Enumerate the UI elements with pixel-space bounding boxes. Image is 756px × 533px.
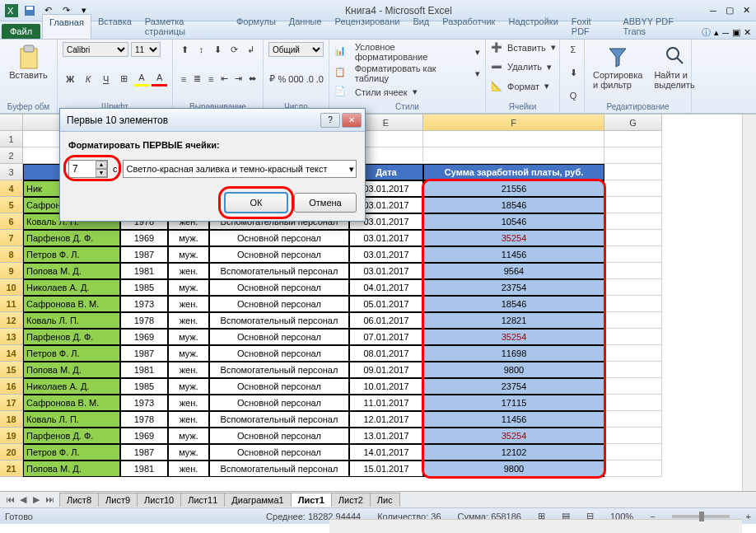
cell[interactable]: Вспомогательный персонал — [209, 263, 349, 279]
dialog-format-select[interactable]: Светло-красная заливка и темно-красный т… — [123, 160, 357, 178]
italic-button[interactable]: К — [81, 72, 96, 86]
find-select-button[interactable]: Найти и выделить — [651, 42, 698, 91]
sort-filter-button[interactable]: Сортировка и фильтр — [590, 42, 646, 91]
cell[interactable]: Основной персонал — [209, 329, 349, 345]
row-header-1[interactable]: 1 — [0, 131, 23, 147]
zoom-slider[interactable] — [672, 515, 730, 518]
sheet-tab-5[interactable]: Лист1 — [291, 493, 332, 507]
cell[interactable] — [604, 461, 662, 477]
cell[interactable] — [604, 411, 662, 428]
cell[interactable]: муж. — [168, 246, 209, 263]
cell[interactable]: муж. — [168, 428, 209, 444]
cell[interactable]: 18546 — [423, 197, 604, 213]
sheet-tab-2[interactable]: Лист10 — [137, 493, 181, 507]
cell[interactable]: Попова М. Д. — [23, 461, 120, 477]
sheet-nav-prev[interactable]: ◀ — [16, 494, 30, 505]
row-header-5[interactable]: 5 — [0, 197, 23, 213]
cell[interactable]: 1978 — [120, 312, 168, 329]
dialog-help-button[interactable]: ? — [320, 113, 340, 128]
autosum-button[interactable]: Σ — [565, 42, 581, 57]
row-header-11[interactable]: 11 — [0, 296, 23, 312]
row-header-15[interactable]: 15 — [0, 362, 23, 378]
cell[interactable]: 09.01.2017 — [349, 362, 423, 378]
cell[interactable]: 1978 — [120, 411, 168, 428]
tab-8[interactable]: Надстройки — [502, 14, 564, 39]
cell[interactable] — [604, 213, 662, 230]
cell[interactable] — [604, 345, 662, 362]
font-color-button[interactable]: A — [152, 72, 167, 86]
paste-button[interactable]: Вставить — [5, 42, 52, 82]
decrease-indent-button[interactable]: ⇤ — [219, 72, 231, 86]
horizontal-scrollbar[interactable] — [329, 519, 742, 533]
win-minimize-icon[interactable]: ─ — [722, 28, 729, 38]
border-button[interactable]: ⊞ — [116, 72, 132, 86]
cell[interactable]: жен. — [168, 296, 209, 312]
cell[interactable]: Вспомогательный персонал — [209, 312, 349, 329]
cell[interactable]: 23754 — [423, 279, 604, 296]
row-header-13[interactable]: 13 — [0, 329, 23, 345]
increase-indent-button[interactable]: ⇥ — [233, 72, 245, 86]
cell[interactable]: 04.01.2017 — [349, 279, 423, 296]
align-top-button[interactable]: ⬆ — [178, 42, 192, 57]
row-header-21[interactable]: 21 — [0, 461, 23, 477]
bold-button[interactable]: Ж — [63, 72, 78, 86]
row-header-6[interactable]: 6 — [0, 213, 23, 230]
tab-7[interactable]: Разработчик — [436, 14, 502, 39]
cell[interactable]: 03.01.2017 — [349, 263, 423, 279]
format-as-table-button[interactable]: 📋 Форматировать как таблицу ▾ — [334, 63, 480, 83]
wrap-text-button[interactable]: ↲ — [244, 42, 258, 57]
font-size-select[interactable]: 11 — [131, 42, 161, 57]
comma-button[interactable]: 000 — [288, 72, 303, 86]
cell[interactable]: 03.01.2017 — [349, 230, 423, 246]
fill-color-button[interactable]: A — [134, 72, 150, 86]
cell[interactable]: 9800 — [423, 362, 604, 378]
cell[interactable]: жен. — [168, 411, 209, 428]
cell[interactable]: 17115 — [423, 395, 604, 411]
cell[interactable]: 11456 — [423, 411, 604, 428]
cell[interactable]: жен. — [168, 461, 209, 477]
sheet-tab-1[interactable]: Лист9 — [98, 493, 138, 507]
cell[interactable]: муж. — [168, 279, 209, 296]
cell[interactable]: 11.01.2017 — [349, 395, 423, 411]
win-restore-icon[interactable]: ▣ — [732, 27, 740, 38]
cell[interactable] — [604, 279, 662, 296]
fill-button[interactable]: ⬇ — [565, 65, 581, 80]
row-header-2[interactable]: 2 — [0, 147, 23, 164]
cell[interactable]: Петров Ф. Л. — [23, 246, 120, 263]
header-cell[interactable]: Сумма заработной платы, руб. — [423, 164, 604, 180]
cell[interactable] — [604, 444, 662, 461]
cell[interactable] — [423, 131, 604, 147]
sheet-nav-next[interactable]: ▶ — [30, 494, 43, 505]
cell[interactable]: муж. — [168, 329, 209, 345]
cell[interactable]: 15.01.2017 — [349, 461, 423, 477]
cell[interactable]: Основной персонал — [209, 246, 349, 263]
conditional-format-button[interactable]: 📊 Условное форматирование ▾ — [334, 42, 480, 62]
cell[interactable] — [604, 329, 662, 345]
cell[interactable] — [604, 246, 662, 263]
cell[interactable]: 10546 — [423, 213, 604, 230]
minimize-button[interactable]: ─ — [705, 3, 721, 18]
row-header-10[interactable]: 10 — [0, 279, 23, 296]
tab-file[interactable]: Файл — [2, 24, 40, 39]
cell[interactable]: 08.01.2017 — [349, 345, 423, 362]
sheet-nav-last[interactable]: ⏭ — [43, 494, 56, 505]
cell[interactable]: Вспомогательный персонал — [209, 461, 349, 477]
cell[interactable]: 1987 — [120, 444, 168, 461]
cell[interactable]: 12.01.2017 — [349, 411, 423, 428]
cell[interactable]: Основной персонал — [209, 428, 349, 444]
cell-styles-button[interactable]: 📄 Стили ячеек ▾ — [334, 86, 480, 99]
cell[interactable]: Попова М. Д. — [23, 263, 120, 279]
cell[interactable]: Вспомогательный персонал — [209, 362, 349, 378]
tab-10[interactable]: ABBYY PDF Trans — [616, 14, 702, 39]
cell[interactable]: 1987 — [120, 345, 168, 362]
align-bottom-button[interactable]: ⬇ — [211, 42, 225, 57]
row-header-14[interactable]: 14 — [0, 345, 23, 362]
cell[interactable] — [604, 312, 662, 329]
align-left-button[interactable]: ≡ — [178, 72, 189, 86]
save-qa-button[interactable] — [21, 3, 38, 18]
tab-5[interactable]: Рецензировани — [329, 14, 407, 39]
cell[interactable]: жен. — [168, 362, 209, 378]
format-cells-button[interactable]: 📐 Формат ▾ — [491, 81, 554, 91]
row-header-16[interactable]: 16 — [0, 378, 23, 395]
cell[interactable]: жен. — [168, 263, 209, 279]
